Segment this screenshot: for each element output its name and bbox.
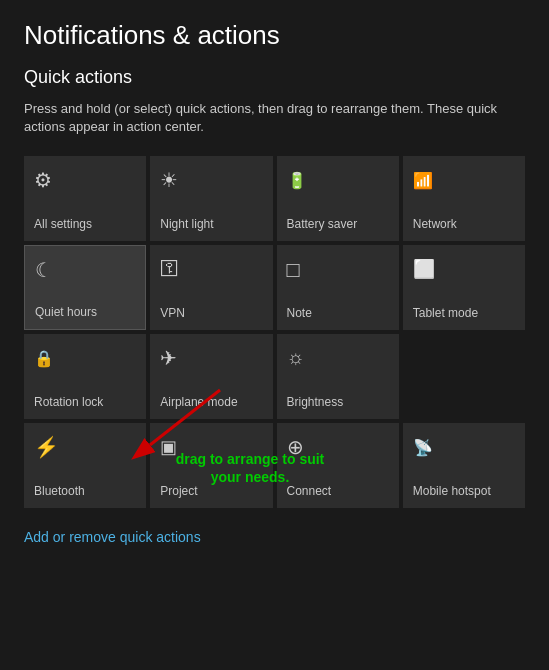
tile-note[interactable]: Note xyxy=(277,245,399,330)
tile-label-airplane-mode: Airplane mode xyxy=(160,365,237,409)
tile-airplane-mode[interactable]: Airplane mode xyxy=(150,334,272,419)
settings-icon xyxy=(34,168,52,192)
tile-label-rotation-lock: Rotation lock xyxy=(34,365,103,409)
rotation-lock-icon xyxy=(34,346,54,369)
tile-quiet-hours[interactable]: Quiet hours xyxy=(24,245,146,330)
tile-night-light[interactable]: Night light xyxy=(150,156,272,241)
tile-label-battery-saver: Battery saver xyxy=(287,187,358,231)
connect-icon xyxy=(287,435,304,459)
vpn-icon xyxy=(160,257,180,280)
tile-tablet-mode[interactable]: Tablet mode xyxy=(403,245,525,330)
description-text: Press and hold (or select) quick actions… xyxy=(24,100,525,136)
tablet-icon xyxy=(413,257,435,280)
tile-label-project: Project xyxy=(160,454,197,498)
tile-label-vpn: VPN xyxy=(160,276,185,320)
tile-label-brightness: Brightness xyxy=(287,365,344,409)
tile-battery-saver[interactable]: Battery saver xyxy=(277,156,399,241)
tile-network[interactable]: Network xyxy=(403,156,525,241)
tile-label-network: Network xyxy=(413,187,457,231)
tile-empty-r3c4 xyxy=(403,334,525,419)
hotspot-icon xyxy=(413,435,433,458)
tile-label-tablet-mode: Tablet mode xyxy=(413,276,478,320)
moon-icon xyxy=(35,258,53,282)
project-icon xyxy=(160,435,177,458)
tile-vpn[interactable]: VPN xyxy=(150,245,272,330)
section-title: Quick actions xyxy=(24,67,525,88)
tile-label-connect: Connect xyxy=(287,454,332,498)
network-icon xyxy=(413,168,433,191)
tile-brightness[interactable]: Brightness xyxy=(277,334,399,419)
note-icon xyxy=(287,257,300,283)
battery-icon xyxy=(287,168,307,191)
tile-rotation-lock[interactable]: Rotation lock xyxy=(24,334,146,419)
tile-label-all-settings: All settings xyxy=(34,187,92,231)
tile-project[interactable]: Project xyxy=(150,423,272,508)
airplane-icon xyxy=(160,346,177,370)
tile-label-mobile-hotspot: Mobile hotspot xyxy=(413,454,491,498)
tile-all-settings[interactable]: All settings xyxy=(24,156,146,241)
brightness-icon xyxy=(287,346,305,369)
bluetooth-icon xyxy=(34,435,59,459)
quick-actions-grid: All settings Night light Battery saver N… xyxy=(24,156,525,508)
tile-label-bluetooth: Bluetooth xyxy=(34,454,85,498)
tile-mobile-hotspot[interactable]: Mobile hotspot xyxy=(403,423,525,508)
tile-bluetooth[interactable]: Bluetooth xyxy=(24,423,146,508)
night-light-icon xyxy=(160,168,178,192)
tile-connect[interactable]: Connect xyxy=(277,423,399,508)
add-remove-quick-actions-link[interactable]: Add or remove quick actions xyxy=(24,529,201,545)
tile-label-night-light: Night light xyxy=(160,187,213,231)
page-title: Notifications & actions xyxy=(24,20,525,51)
